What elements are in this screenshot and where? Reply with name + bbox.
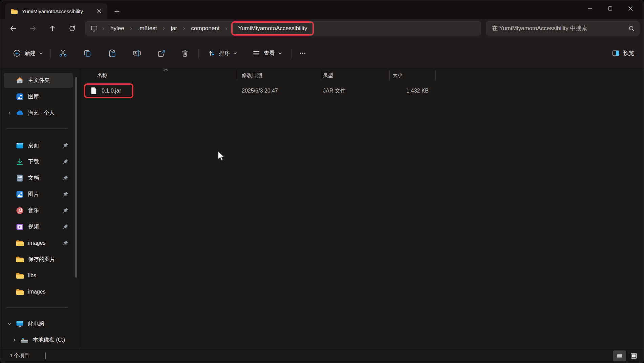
preview-pane-icon [612, 49, 620, 57]
column-divider[interactable] [320, 70, 320, 80]
sidebar-item-documents[interactable]: 文档 [4, 170, 73, 185]
close-button[interactable] [623, 1, 638, 16]
column-divider[interactable] [238, 70, 238, 80]
sidebar-item-label: 视频 [28, 223, 39, 230]
sidebar-item-saved-pictures[interactable]: 保存的图片 [4, 252, 73, 267]
search-icon[interactable] [628, 25, 635, 32]
search-input[interactable] [491, 25, 628, 32]
folder-icon [15, 239, 24, 247]
sidebar-item-libs[interactable]: libs [4, 268, 73, 283]
chevron-right-icon[interactable] [4, 111, 15, 115]
column-header-date-modified[interactable]: 修改日期 [240, 71, 264, 80]
breadcrumb-highlight-annotation: YumiMiyamotoAccessibility [231, 21, 314, 36]
breadcrumb-separator-icon [162, 27, 166, 31]
sidebar-item-onedrive[interactable]: 海艺 - 个人 [4, 105, 73, 120]
sidebar-item-images[interactable]: images [4, 236, 73, 250]
this-pc-breadcrumb-icon[interactable] [88, 23, 100, 34]
tab-close-icon[interactable] [94, 6, 104, 16]
sidebar-item-gallery[interactable]: 图库 [4, 89, 73, 104]
sidebar-item-local-disk-c[interactable]: 本地磁盘 (C:) [4, 332, 73, 347]
breadcrumb-item-jar[interactable]: jar [167, 24, 180, 33]
sidebar-item-label: 保存的图片 [28, 256, 55, 263]
downloads-icon [15, 158, 24, 166]
chevron-right-icon[interactable] [8, 338, 20, 342]
breadcrumb: hylee .m8test jar component YumiMiyamoto… [88, 21, 314, 36]
sidebar-item-images-2[interactable]: images [4, 284, 73, 299]
pin-icon [63, 159, 69, 165]
file-row[interactable]: 0.1.0.jar 2025/6/3 20:47 JAR 文件 1,432 KB [81, 83, 434, 99]
column-header-size[interactable]: 大小 [390, 71, 405, 80]
chevron-down-icon [39, 51, 43, 55]
sidebar-item-music[interactable]: 音乐 [4, 203, 73, 218]
breadcrumb-item-component[interactable]: component [188, 24, 223, 33]
column-divider[interactable] [389, 70, 390, 80]
address-bar[interactable]: hylee .m8test jar component YumiMiyamoto… [85, 21, 481, 36]
details-view-button[interactable] [613, 350, 626, 361]
search-box[interactable] [486, 21, 640, 36]
status-bar: 1 个项目 [0, 349, 644, 363]
view-button[interactable]: 查看 [248, 46, 286, 61]
preview-toggle-button[interactable]: 预览 [608, 46, 638, 61]
file-name[interactable]: 0.1.0.jar [102, 88, 121, 94]
paste-icon [108, 49, 116, 58]
breadcrumb-separator-icon [224, 27, 228, 31]
chevron-down-icon [278, 51, 282, 55]
column-header-name[interactable]: 名称 [95, 71, 109, 80]
sidebar-item-downloads[interactable]: 下载 [4, 154, 73, 169]
new-tab-button[interactable] [111, 6, 122, 17]
sidebar-item-pictures[interactable]: 图片 [4, 187, 73, 202]
pin-icon [63, 224, 69, 230]
delete-button[interactable] [177, 46, 192, 61]
breadcrumb-separator-icon [129, 27, 133, 31]
minimize-button[interactable] [582, 1, 598, 16]
rename-button[interactable] [129, 46, 144, 61]
new-button-label: 新建 [25, 50, 36, 57]
view-lines-icon [252, 49, 260, 57]
back-button[interactable] [6, 21, 20, 36]
pin-icon [63, 175, 69, 181]
large-icons-view-button[interactable] [627, 350, 640, 361]
sidebar-item-label: 图库 [28, 93, 39, 100]
breadcrumb-item-m8test[interactable]: .m8test [135, 24, 160, 33]
sidebar-item-this-pc[interactable]: 此电脑 [4, 316, 73, 331]
sidebar-item-videos[interactable]: 视频 [4, 219, 73, 234]
pin-icon [63, 240, 69, 246]
sidebar-item-home[interactable]: 主文件夹 [4, 73, 73, 88]
sidebar-item-label: images [28, 289, 46, 295]
share-button[interactable] [154, 46, 169, 61]
refresh-button[interactable] [65, 21, 79, 36]
sidebar-item-label: 此电脑 [28, 320, 44, 327]
new-button[interactable]: 新建 [8, 46, 47, 61]
sidebar-item-label: images [28, 240, 46, 246]
breadcrumb-item-hylee[interactable]: hylee [107, 24, 128, 33]
pin-icon [63, 207, 69, 214]
sidebar-item-desktop[interactable]: 桌面 [4, 138, 73, 153]
column-header-type[interactable]: 类型 [321, 71, 335, 80]
folder-icon [15, 288, 24, 296]
forward-button[interactable] [26, 21, 40, 36]
pictures-icon [15, 190, 24, 199]
copy-button[interactable] [80, 46, 95, 61]
sort-button[interactable]: 排序 [203, 46, 241, 61]
up-button[interactable] [45, 21, 60, 36]
chevron-down-icon[interactable] [4, 322, 15, 326]
documents-icon [15, 174, 24, 182]
file-explorer-window: YumiMiyamotoAccessibility [0, 0, 644, 363]
sidebar-item-label: 图片 [28, 191, 39, 198]
explorer-tab[interactable]: YumiMiyamotoAccessibility [5, 3, 107, 19]
toolbar-divider [292, 48, 292, 58]
gallery-icon [15, 93, 24, 101]
more-options-button[interactable] [295, 46, 310, 61]
large-icons-view-icon [630, 352, 637, 359]
column-divider[interactable] [435, 70, 436, 80]
trash-icon [180, 49, 189, 58]
cut-button[interactable] [56, 46, 70, 61]
breadcrumb-separator-icon [182, 27, 186, 31]
paste-button[interactable] [105, 46, 120, 61]
folder-icon [15, 255, 24, 264]
maximize-button[interactable] [602, 1, 618, 16]
sort-ascending-indicator-icon [163, 68, 168, 71]
sidebar-scrollbar[interactable] [75, 77, 77, 278]
breadcrumb-item-current[interactable]: YumiMiyamotoAccessibility [238, 25, 307, 32]
sidebar-item-label: 下载 [28, 158, 39, 165]
